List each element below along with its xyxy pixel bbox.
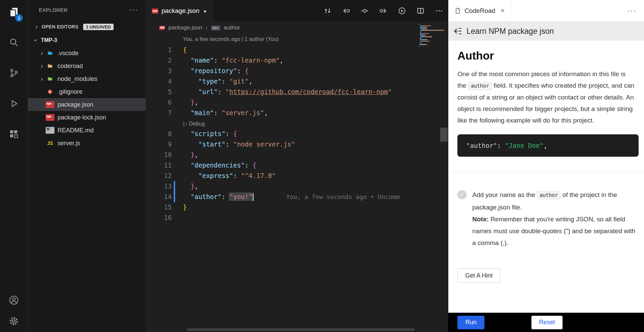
file-item-node_modules[interactable]: ›node_modules <box>28 72 146 85</box>
reset-button[interactable]: Reset <box>531 316 563 329</box>
line-number: 12 <box>146 171 172 181</box>
line-number: 6 <box>146 97 172 108</box>
code-line[interactable]: 8 "scripts": { <box>146 129 419 139</box>
file-item-README.md[interactable]: ›M↓README.md <box>28 124 146 137</box>
line-number: 10 <box>146 150 172 160</box>
line-number: 4 <box>146 76 172 87</box>
tab-coderoad[interactable]: CodeRoad × <box>448 0 511 21</box>
chevron-down-icon: › <box>32 37 40 44</box>
panel-tab-label: CodeRoad <box>464 7 495 15</box>
account-icon[interactable] <box>6 292 22 308</box>
arrow-circle-left-icon[interactable] <box>342 7 350 15</box>
files-icon[interactable]: 1 <box>6 4 22 20</box>
code-line-content: { <box>172 45 419 55</box>
codelens-authors[interactable]: You, a few seconds ago | 1 author (You) <box>146 34 448 45</box>
git-compare-icon[interactable] <box>324 7 332 15</box>
close-icon[interactable]: × <box>501 7 505 15</box>
file-item-.gitignore[interactable]: ›.gitignore <box>28 85 146 98</box>
editor-tab-bar: npm package.json ● <box>146 0 448 22</box>
modified-indicator <box>174 192 175 202</box>
codelens-debug[interactable]: ▷ Debug <box>146 118 419 129</box>
code-line-content: }, <box>172 150 419 160</box>
file-item-package-lock.json[interactable]: ›npmpackage-lock.json <box>28 111 146 124</box>
code-line[interactable]: 14 "author": "you!"You, a few seconds ag… <box>146 192 419 202</box>
source-control-icon[interactable] <box>6 65 22 81</box>
folder-icon <box>46 63 54 69</box>
back-icon[interactable] <box>453 26 462 36</box>
activity-bar-bottom <box>6 292 22 332</box>
code-line[interactable]: 1{ <box>146 45 419 55</box>
git-icon <box>46 88 54 95</box>
panel-tab-bar: CodeRoad × ··· <box>448 0 644 22</box>
code-line[interactable]: 3 "repository": { <box>146 66 419 76</box>
code-line[interactable]: 5 "url": "https://github.com/coderoad/fc… <box>146 87 419 97</box>
file-item-.vscode[interactable]: ›.vscode <box>28 47 146 60</box>
open-editors-section[interactable]: › OPEN EDITORS 1 UNSAVED <box>28 20 146 34</box>
get-a-hint-button[interactable]: Get A Hint <box>457 268 500 283</box>
code-line[interactable]: 16 <box>146 213 419 223</box>
sidebar-title: EXPLORER <box>39 7 68 13</box>
code-line[interactable]: 15} <box>146 202 419 213</box>
horizontal-scrollbar[interactable] <box>187 328 415 331</box>
run-button[interactable]: Run <box>457 316 484 329</box>
run-debug-icon[interactable] <box>6 95 22 112</box>
modified-dot-icon[interactable]: ● <box>204 8 207 14</box>
split-editor-icon[interactable] <box>416 7 425 15</box>
scrollbar-thumb[interactable] <box>440 128 448 142</box>
code-line-content: "type": "git", <box>172 76 419 87</box>
chevron-right-icon: › <box>38 62 46 70</box>
note-text: Remember that you're writing JSON, so al… <box>472 216 635 246</box>
code-line-content: } <box>172 202 419 213</box>
line-number: 9 <box>146 139 172 150</box>
tree-root-folder[interactable]: › TMP-3 <box>28 34 146 47</box>
code-line-content: "dependencies": { <box>172 160 419 171</box>
code-line-content: ▷ Debug <box>172 118 419 129</box>
code-line[interactable]: 10 }, <box>146 150 419 160</box>
activity-bar: 1 <box>0 0 28 332</box>
example-code: "author": "Jane Doe", <box>466 142 547 149</box>
line-number: 3 <box>146 66 172 76</box>
file-item-package.json[interactable]: ›npmpackage.json <box>28 98 146 111</box>
code-line[interactable]: 11 "dependencies": { <box>146 160 419 171</box>
vscode-folder-icon <box>46 50 54 57</box>
extensions-icon[interactable] <box>6 126 22 142</box>
panel-header: Learn NPM package json <box>448 22 644 41</box>
file-tree: ›.vscode›coderoad›node_modules›.gitignor… <box>28 47 146 150</box>
code-line[interactable]: 2 "name": "fcc-learn-npm", <box>146 55 419 66</box>
file-label: package.json <box>57 101 93 108</box>
task-text-pre: Add your name as the <box>472 191 537 198</box>
line-number: 2 <box>146 55 172 66</box>
more-actions-icon[interactable] <box>435 7 443 15</box>
code-line[interactable]: 12 "express": "^4.17.0" <box>146 171 419 181</box>
example-code-block: "author": "Jane Doe", <box>457 134 639 157</box>
code-line[interactable]: 4 "type": "git", <box>146 76 419 87</box>
more-actions-icon[interactable]: ··· <box>627 6 637 15</box>
more-actions-icon[interactable]: ··· <box>129 5 138 14</box>
run-circle-icon[interactable] <box>398 7 406 15</box>
code-line[interactable]: 13 }, <box>146 181 419 192</box>
code-line[interactable]: 6 }, <box>146 97 419 108</box>
code-line[interactable]: 9 "start": "node server.js" <box>146 139 419 150</box>
inline-code-author: author <box>468 82 492 90</box>
chevron-right-icon: › <box>38 75 46 83</box>
settings-gear-icon[interactable] <box>6 313 22 329</box>
breadcrumb: npm package.json › abc author <box>146 22 448 34</box>
tab-package-json[interactable]: npm package.json ● <box>146 0 213 22</box>
breadcrumb-file[interactable]: package.json <box>168 24 202 31</box>
code-line[interactable]: 7 "main": "server.js", <box>146 108 419 118</box>
breadcrumb-symbol[interactable]: author <box>224 24 240 31</box>
code-line-content: "repository": { <box>172 66 419 76</box>
file-item-coderoad[interactable]: ›coderoad <box>28 60 146 72</box>
line-number: 15 <box>146 202 172 213</box>
code-area[interactable]: 1{2 "name": "fcc-learn-npm",3 "repositor… <box>146 45 419 223</box>
circle-slash-icon[interactable] <box>361 7 369 15</box>
check-icon: ✓ <box>457 190 467 199</box>
file-item-server.js[interactable]: ›JSserver.js <box>28 137 146 150</box>
minimap[interactable] <box>419 24 446 49</box>
file-label: README.md <box>57 127 94 134</box>
search-icon[interactable] <box>6 35 22 51</box>
arrow-circle-right-icon[interactable] <box>379 7 387 15</box>
explorer-sidebar: EXPLORER ··· › OPEN EDITORS 1 UNSAVED › … <box>28 0 146 332</box>
line-number: 14 <box>146 192 172 202</box>
line-number: 1 <box>146 45 172 55</box>
